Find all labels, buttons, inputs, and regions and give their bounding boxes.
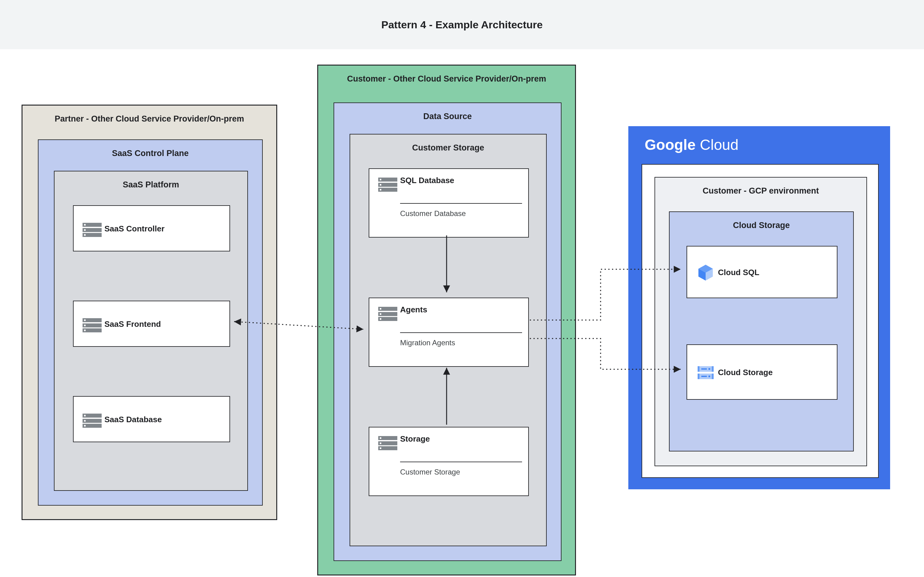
customer-gcp-env-title: Customer - GCP environment (655, 177, 866, 196)
server-icon (82, 221, 102, 237)
saas-platform-title: SaaS Platform (55, 171, 247, 190)
google-word: Google (645, 136, 695, 153)
server-icon (82, 412, 102, 428)
cloud-storage-card: Cloud Storage (687, 344, 837, 400)
cloud-storage-group-title: Cloud Storage (670, 212, 853, 230)
agents-card: Agents Migration Agents (369, 298, 529, 367)
server-icon (378, 305, 397, 321)
saas-database-card: SaaS Database (73, 396, 230, 442)
data-source-box: Data Source Customer Storage SQL Databas… (334, 103, 562, 561)
cloud-sql-icon (697, 264, 714, 281)
svg-rect-8 (712, 374, 714, 379)
storage-sub: Customer Storage (400, 468, 522, 476)
saas-database-label: SaaS Database (104, 415, 223, 424)
partner-title: Partner - Other Cloud Service Provider/O… (23, 106, 276, 124)
svg-point-10 (708, 368, 710, 370)
saas-controller-label: SaaS Controller (104, 224, 223, 234)
diagram-canvas: Partner - Other Cloud Service Provider/O… (0, 49, 924, 577)
divider (400, 332, 522, 333)
svg-rect-5 (698, 366, 699, 372)
saas-control-plane-title: SaaS Control Plane (39, 140, 262, 158)
cloud-storage-label: Cloud Storage (718, 368, 774, 377)
data-source-title: Data Source (334, 103, 561, 121)
gcp-box: Google Cloud Customer - GCP environment … (628, 126, 890, 489)
svg-point-12 (708, 376, 710, 377)
cloud-sql-card: Cloud SQL (687, 246, 837, 298)
partner-outer-box: Partner - Other Cloud Service Provider/O… (21, 105, 277, 520)
divider (400, 203, 522, 204)
cloud-word: Cloud (700, 136, 738, 153)
svg-rect-6 (712, 366, 714, 372)
svg-rect-7 (698, 374, 699, 379)
server-icon (82, 316, 102, 332)
saas-control-plane-box: SaaS Control Plane SaaS Platform SaaS Co… (38, 139, 263, 506)
svg-rect-11 (701, 376, 707, 377)
svg-rect-9 (701, 368, 707, 369)
customer-other-title: Customer - Other Cloud Service Provider/… (318, 66, 575, 84)
sql-database-label: SQL Database (400, 176, 522, 185)
storage-label: Storage (400, 434, 522, 444)
cloud-storage-icon (697, 365, 714, 380)
agents-sub: Migration Agents (400, 338, 522, 347)
sql-database-sub: Customer Database (400, 209, 522, 218)
google-cloud-logo: Google Cloud (645, 136, 738, 153)
page-title: Pattern 4 - Example Architecture (381, 19, 543, 31)
gcp-white-box: Customer - GCP environment Cloud Storage (641, 164, 879, 478)
header-band: Pattern 4 - Example Architecture (0, 0, 924, 49)
customer-other-box: Customer - Other Cloud Service Provider/… (317, 64, 576, 575)
saas-frontend-card: SaaS Frontend (73, 301, 230, 347)
saas-controller-card: SaaS Controller (73, 205, 230, 251)
saas-frontend-label: SaaS Frontend (104, 319, 223, 329)
agents-label: Agents (400, 305, 522, 314)
customer-storage-box: Customer Storage SQL Database Customer D… (350, 134, 547, 546)
server-icon (378, 176, 397, 192)
storage-card: Storage Customer Storage (369, 427, 529, 496)
customer-gcp-env-box: Customer - GCP environment Cloud Storage (654, 177, 867, 466)
cloud-sql-label: Cloud SQL (718, 268, 831, 277)
sql-database-card: SQL Database Customer Database (369, 168, 529, 238)
cloud-storage-group-box: Cloud Storage (669, 211, 854, 451)
server-icon (378, 434, 397, 450)
saas-platform-box: SaaS Platform SaaS Controller SaaS Front… (54, 171, 248, 491)
customer-storage-title: Customer Storage (350, 134, 546, 153)
divider (400, 462, 522, 462)
